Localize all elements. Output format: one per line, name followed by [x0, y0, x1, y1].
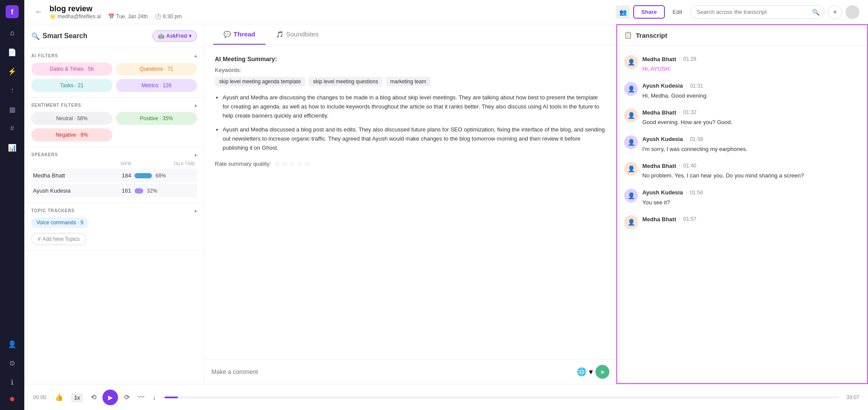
add-button[interactable]: +: [828, 5, 842, 19]
msg-speaker: Ayush Kudesia: [642, 82, 683, 89]
filter-chip-questions[interactable]: Questions · 71: [116, 62, 197, 75]
share-button[interactable]: Share: [633, 5, 664, 19]
body-layout: 🔍 Smart Search 🤖 AskFred ▾ AI FILTERS ▴: [24, 24, 868, 384]
user-icon: 🌟: [49, 13, 56, 20]
msg-time: 01:28: [683, 56, 696, 62]
nav-person[interactable]: 👤: [4, 336, 20, 352]
avatar-medha: 👤: [624, 215, 638, 229]
msg-time: 01:57: [683, 216, 696, 222]
list-item: Ayush and Medha discussed a blog post an…: [223, 125, 606, 152]
star-1[interactable]: ☆: [274, 160, 280, 168]
nav-chart[interactable]: 📊: [4, 140, 20, 155]
msg-text: No problem. Yes, I can hear you. Do you …: [642, 171, 860, 180]
add-topics-button[interactable]: # Add New Topics: [31, 233, 86, 245]
sentiment-filters-section: SENTIMENT FILTERS ▴ Neutral · 58% Positi…: [24, 98, 204, 147]
keyword-chip[interactable]: skip level meeting agenda template: [215, 77, 305, 86]
star-2[interactable]: ☆: [282, 160, 288, 168]
nav-hash[interactable]: #: [4, 121, 20, 136]
message-row: 👤 Ayush Kudesia · 01:31 Hi, Medha. Good …: [617, 78, 867, 105]
collapse-speakers-icon[interactable]: ▴: [194, 152, 197, 157]
transcript-search-input[interactable]: [690, 5, 825, 19]
edit-button[interactable]: Edit: [668, 6, 687, 18]
collapse-topics-icon[interactable]: ▴: [194, 208, 197, 213]
avatar-ayush: 👤: [624, 189, 638, 203]
main-content: ← blog review 🌟 medha@fireflies.ai 📅 Tue…: [24, 0, 868, 410]
topic-chip-voice-commands[interactable]: Voice commands · 9: [31, 217, 89, 228]
logo: f: [6, 5, 19, 18]
player-progress: [164, 397, 178, 398]
soundbites-icon: 🎵: [276, 31, 283, 38]
speakers-table: WPM TALK TIME Medha Bhatt 184: [31, 161, 197, 197]
msg-header: Medha Bhatt · 01:57: [642, 215, 860, 223]
comment-input[interactable]: [211, 368, 573, 375]
msg-body: Ayush Kudesia · 01:56 You see it?: [642, 189, 860, 207]
tab-soundbites[interactable]: 🎵 Soundbites: [266, 24, 329, 45]
askfred-button[interactable]: 🤖 AskFred ▾: [152, 30, 197, 42]
filter-chip-negative[interactable]: Negative · 8%: [31, 128, 112, 141]
filter-chip-metrics[interactable]: Metrics · 126: [116, 79, 197, 92]
col-talk: TALK TIME: [133, 161, 197, 169]
speed-badge: 1x: [71, 394, 83, 402]
collapse-sentiment-icon[interactable]: ▴: [194, 103, 197, 108]
filter-chip-tasks[interactable]: Tasks · 21: [31, 79, 112, 92]
message-row: 👤 Medha Bhatt · 01:57: [617, 211, 867, 233]
nav-info[interactable]: ℹ: [4, 374, 20, 390]
star-rating[interactable]: ☆ ☆ ☆ ☆ ☆: [274, 160, 310, 168]
msg-time: 01:32: [683, 109, 696, 115]
topic-trackers-title: TOPIC TRACKERS ▴: [31, 208, 197, 213]
comment-actions: 🌐 ▾ ➤: [577, 365, 609, 379]
msg-header: Medha Bhatt · 01:40: [642, 162, 860, 170]
nav-upload[interactable]: ↑: [4, 82, 20, 98]
message-row: 👤 Ayush Kudesia · 01:56 You see it?: [617, 184, 867, 211]
page-title: blog review: [49, 4, 611, 13]
keyword-chip[interactable]: marketing team: [386, 77, 431, 86]
nav-docs[interactable]: 📄: [4, 44, 20, 60]
transcript-icon: 📋: [624, 31, 632, 39]
speaker-name-ayush: Ayush Kudesia: [31, 184, 107, 197]
dropdown-button[interactable]: ▾: [589, 367, 593, 377]
msg-text: I'm sorry, I was connecting my earphones…: [642, 145, 860, 154]
send-button[interactable]: ➤: [595, 365, 609, 379]
nav-grid[interactable]: ▦: [4, 102, 20, 117]
globe-button[interactable]: 🌐: [577, 367, 586, 377]
like-button[interactable]: 👍: [53, 391, 65, 403]
collab-icon: 👥: [616, 5, 630, 19]
play-button[interactable]: ▶: [102, 390, 118, 405]
filter-chip-positive[interactable]: Positive · 35%: [116, 112, 197, 125]
msg-speaker: Medha Bhatt: [642, 163, 676, 169]
search-icon: 🔍: [812, 9, 819, 16]
download-button[interactable]: ↓: [151, 392, 158, 403]
keywords-label: Keywords:: [215, 67, 606, 73]
talk-bar-ayush: [135, 188, 143, 194]
keyword-chip[interactable]: skip level meeting questions: [309, 77, 382, 86]
msg-time: 01:40: [683, 163, 696, 169]
player-track[interactable]: [164, 397, 839, 398]
list-item: Ayush and Medha are discussing the chang…: [223, 93, 606, 120]
meta-date: 📅 Tue, Jan 24th: [108, 13, 148, 20]
smart-search-title: 🔍 Smart Search: [31, 32, 87, 40]
nav-home[interactable]: ⌂: [4, 25, 20, 41]
header-actions: 👥 Share Edit 🔍 +: [616, 5, 859, 19]
speaker-name-medha: Medha Bhatt: [31, 169, 107, 182]
top-header: ← blog review 🌟 medha@fireflies.ai 📅 Tue…: [24, 0, 868, 24]
star-3[interactable]: ☆: [289, 160, 295, 168]
back-button[interactable]: ←: [33, 6, 44, 18]
filter-chip-neutral[interactable]: Neutral · 58%: [31, 112, 112, 125]
filter-chip-dates[interactable]: Dates & Times · 56: [31, 62, 112, 75]
smart-search-icon: 🔍: [31, 32, 40, 40]
msg-body: Medha Bhatt · 01:40 No problem. Yes, I c…: [642, 162, 860, 180]
forward-button[interactable]: ⟳: [122, 391, 132, 403]
speed-button[interactable]: 1x: [69, 392, 85, 403]
nav-gear[interactable]: ⚙: [4, 355, 20, 371]
tab-thread[interactable]: 💬 Thread: [213, 24, 266, 45]
svg-text:f: f: [11, 8, 13, 16]
smart-search-panel: 🔍 Smart Search 🤖 AskFred ▾ AI FILTERS ▴: [24, 24, 204, 384]
thread-area: 💬 Thread 🎵 Soundbites AI Meeting Summary…: [204, 24, 616, 384]
nav-bolt[interactable]: ⚡: [4, 63, 20, 79]
speaker-wpm-medha: 184: [107, 169, 133, 182]
collapse-icon[interactable]: ▴: [194, 53, 197, 58]
waveform-button[interactable]: 〰: [136, 392, 146, 403]
star-5[interactable]: ☆: [304, 160, 310, 168]
star-4[interactable]: ☆: [296, 160, 302, 168]
rewind-button[interactable]: ⟲: [89, 391, 98, 403]
